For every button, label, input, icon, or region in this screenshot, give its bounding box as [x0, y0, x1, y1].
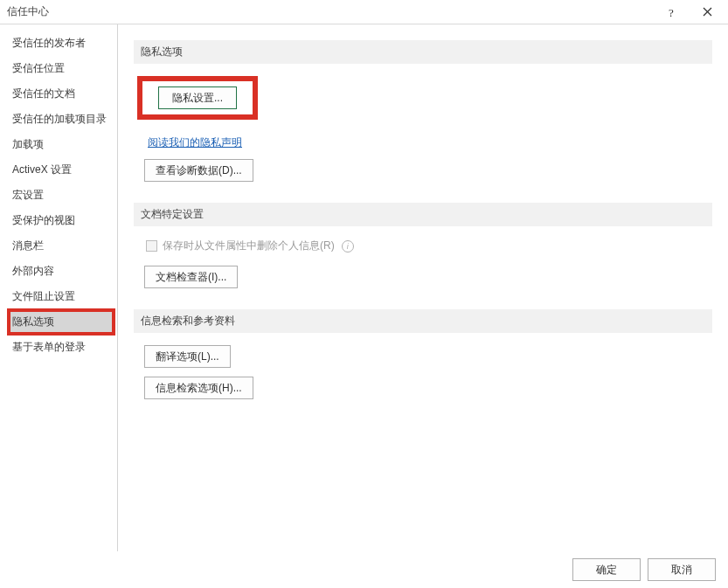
document-inspector-button[interactable]: 文档检查器(I)...	[144, 266, 238, 288]
sidebar-item-0[interactable]: 受信任的发布者	[9, 31, 114, 55]
sidebar-item-4[interactable]: 加载项	[9, 133, 114, 156]
svg-text:?: ?	[669, 7, 674, 17]
ok-button[interactable]: 确定	[572, 558, 641, 581]
sidebar-item-1[interactable]: 受信任位置	[9, 57, 114, 80]
view-diagnostics-button[interactable]: 查看诊断数据(D)...	[144, 159, 253, 182]
remove-personal-info-checkbox[interactable]	[146, 240, 157, 252]
main-area: 受信任的发布者受信任位置受信任的文档受信任的加载项目录加载项ActiveX 设置…	[0, 24, 728, 551]
sidebar-item-7[interactable]: 受保护的视图	[9, 209, 114, 232]
cancel-button[interactable]: 取消	[648, 558, 716, 581]
sidebar-item-11[interactable]: 隐私选项	[9, 310, 114, 334]
dialog-footer: 确定 取消	[0, 551, 728, 588]
sidebar-item-3[interactable]: 受信任的加载项目录	[9, 107, 114, 131]
remove-personal-info-checkbox-row: 保存时从文件属性中删除个人信息(R) i	[146, 239, 712, 253]
section-body-research: 翻译选项(L)... 信息检索选项(H)...	[134, 345, 712, 420]
window-title: 信任中心	[7, 4, 655, 19]
close-button[interactable]	[690, 0, 725, 24]
close-icon	[703, 7, 712, 17]
sidebar-item-2[interactable]: 受信任的文档	[9, 82, 114, 106]
titlebar: 信任中心 ?	[0, 0, 728, 24]
remove-personal-info-label: 保存时从文件属性中删除个人信息(R)	[163, 239, 335, 253]
privacy-settings-button[interactable]: 隐私设置...	[158, 86, 237, 109]
section-body-privacy: 隐私设置... 阅读我们的隐私声明 查看诊断数据(D)...	[134, 76, 712, 203]
translate-options-button[interactable]: 翻译选项(L)...	[144, 345, 231, 368]
section-header-research: 信息检索和参考资料	[134, 309, 712, 333]
sidebar-item-12[interactable]: 基于表单的登录	[9, 336, 114, 359]
sidebar-item-5[interactable]: ActiveX 设置	[9, 158, 114, 182]
highlight-privacy-settings: 隐私设置...	[137, 76, 258, 120]
content-panel: 隐私选项 隐私设置... 阅读我们的隐私声明 查看诊断数据(D)... 文档特定…	[118, 24, 728, 551]
sidebar-item-10[interactable]: 文件阻止设置	[9, 285, 114, 308]
help-icon: ?	[667, 7, 677, 17]
section-body-docspecific: 保存时从文件属性中删除个人信息(R) i 文档检查器(I)...	[134, 239, 712, 309]
sidebar-item-6[interactable]: 宏设置	[9, 183, 114, 207]
privacy-statement-link[interactable]: 阅读我们的隐私声明	[148, 135, 242, 150]
sidebar: 受信任的发布者受信任位置受信任的文档受信任的加载项目录加载项ActiveX 设置…	[0, 24, 118, 551]
section-header-docspecific: 文档特定设置	[134, 203, 712, 226]
help-button[interactable]: ?	[655, 0, 690, 24]
research-options-button[interactable]: 信息检索选项(H)...	[144, 377, 253, 399]
section-header-privacy: 隐私选项	[134, 40, 712, 64]
sidebar-item-9[interactable]: 外部内容	[9, 259, 114, 283]
sidebar-item-8[interactable]: 消息栏	[9, 234, 114, 258]
info-icon[interactable]: i	[342, 240, 354, 252]
